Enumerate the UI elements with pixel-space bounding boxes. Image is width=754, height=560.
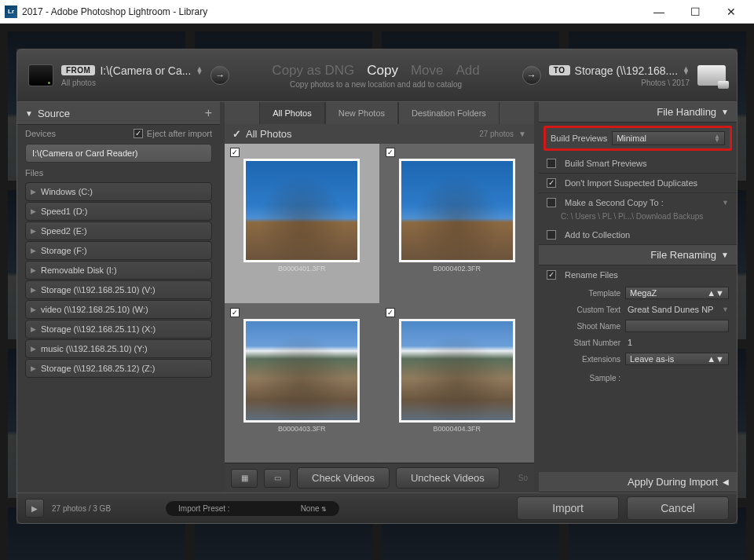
minimize-button[interactable]: — — [641, 0, 677, 24]
drive-row[interactable]: ▶Removable Disk (I:) — [25, 261, 212, 280]
source-selector[interactable]: I:\(Camera or Ca... — [100, 64, 191, 77]
import-mode-group: Copy as DNG Copy Move Add Copy photos to… — [237, 63, 514, 89]
eject-label: Eject after import — [147, 129, 212, 138]
play-icon: ▶ — [31, 345, 36, 353]
tab-new-photos[interactable]: New Photos — [325, 102, 398, 124]
start-number-field[interactable]: 1 — [625, 337, 729, 348]
right-panel: File Handling▼ Build Previews Minimal ▲▼… — [539, 102, 737, 492]
second-copy-path: C: \ Users \ PL \ Pi...\ Download Backup… — [539, 212, 737, 225]
thumbnail-filename: B0000402.3FR — [383, 262, 532, 273]
dest-stepper-icon[interactable]: ▲▼ — [683, 67, 690, 75]
mode-move[interactable]: Move — [411, 63, 444, 79]
play-icon: ▶ — [31, 325, 36, 333]
add-to-collection-row[interactable]: Add to Collection — [539, 225, 737, 245]
smart-previews-checkbox[interactable] — [547, 159, 556, 168]
file-handling-header[interactable]: File Handling▼ — [539, 102, 737, 123]
drive-row[interactable]: ▶Storage (\\192.168.25.10) (V:) — [25, 280, 212, 299]
to-badge: TO — [549, 65, 570, 75]
device-row[interactable]: I:\(Camera or Card Reader) — [25, 144, 212, 163]
thumbnail-cell[interactable]: ✓ B0000403.3FR — [225, 304, 379, 463]
template-combo[interactable]: MegaZ▲▼ — [625, 287, 729, 299]
source-panel: ▼ Source + Devices Eject after import I:… — [17, 102, 220, 492]
drive-row[interactable]: ▶Windows (C:) — [25, 182, 212, 201]
apply-during-import-header[interactable]: Apply During Import◀ — [539, 472, 737, 492]
template-label: Template — [547, 289, 620, 298]
from-badge: FROM — [61, 65, 95, 75]
thumbnail-cell[interactable]: ✓ B0000401.3FR — [225, 144, 379, 303]
thumbnail-cell[interactable]: ✓ B0000404.3FR — [380, 304, 535, 463]
second-copy-row[interactable]: Make a Second Copy To : ▼ — [539, 193, 737, 212]
play-icon: ▶ — [31, 188, 36, 196]
chevron-down-icon: ▼ — [722, 306, 729, 313]
import-preset-selector[interactable]: Import Preset : None ⇅ — [166, 501, 339, 516]
rename-files-checkbox[interactable] — [547, 270, 556, 280]
sample-label: Sample : — [547, 374, 620, 382]
source-panel-title: Source — [38, 108, 70, 119]
thumbnail-filename: B0000401.3FR — [228, 262, 376, 273]
grid-view-icon[interactable]: ▦ — [231, 469, 258, 488]
arrow-right-to-icon: → — [522, 66, 541, 85]
maximize-button[interactable]: ☐ — [677, 0, 713, 24]
drive-row[interactable]: ▶video (\\192.168.25.10) (W:) — [25, 300, 212, 319]
drive-row[interactable]: ▶Storage (F:) — [25, 241, 212, 260]
triangle-down-icon[interactable]: ▼ — [518, 130, 526, 138]
duplicates-checkbox[interactable] — [547, 178, 556, 188]
check-all-icon[interactable]: ✓ — [232, 128, 241, 140]
build-previews-label: Build Previews — [551, 134, 607, 143]
destination-drive-icon — [697, 65, 726, 86]
thumb-checkbox[interactable]: ✓ — [230, 308, 240, 317]
thumbnail-grid: ✓ B0000401.3FR ✓ B0000402.3FR ✓ B0000403… — [225, 144, 534, 463]
cancel-button[interactable]: Cancel — [627, 496, 729, 520]
thumbnail-image — [243, 159, 360, 262]
triangle-left-icon: ◀ — [723, 478, 729, 486]
arrow-right-from-icon: → — [210, 66, 229, 85]
devices-header: Devices Eject after import — [17, 125, 220, 142]
thumbnail-cell[interactable]: ✓ B0000402.3FR — [380, 144, 535, 303]
uncheck-videos-button[interactable]: Uncheck Videos — [396, 467, 500, 489]
sort-label[interactable]: So — [518, 474, 528, 482]
triangle-down-icon: ▼ — [25, 109, 33, 118]
shoot-name-field[interactable] — [625, 320, 729, 332]
custom-text-field[interactable]: Great Sand Dunes NP — [625, 304, 717, 315]
smart-previews-row[interactable]: Build Smart Previews — [539, 154, 737, 174]
grid-header[interactable]: ✓ All Photos 27 photos ▼ — [225, 124, 534, 144]
thumb-checkbox[interactable]: ✓ — [386, 148, 395, 157]
thumb-checkbox[interactable]: ✓ — [230, 148, 240, 157]
play-button[interactable]: ▶ — [25, 499, 44, 518]
mode-copy-dng[interactable]: Copy as DNG — [272, 63, 354, 79]
drive-row[interactable]: ▶Speed2 (E:) — [25, 221, 212, 240]
rename-files-row[interactable]: Rename Files — [539, 265, 737, 284]
build-previews-combo[interactable]: Minimal ▲▼ — [612, 131, 725, 145]
extensions-combo[interactable]: Leave as-is▲▼ — [625, 353, 729, 365]
drive-row[interactable]: ▶Storage (\\192.168.25.11) (X:) — [25, 320, 212, 339]
tab-destination-folders[interactable]: Destination Folders — [398, 102, 500, 124]
play-icon: ▶ — [31, 286, 36, 294]
mode-add[interactable]: Add — [456, 63, 480, 79]
source-panel-header[interactable]: ▼ Source + — [17, 102, 220, 125]
thumbnail-image — [243, 319, 360, 423]
grid-title: All Photos — [246, 128, 292, 140]
triangle-down-icon: ▼ — [721, 251, 729, 259]
loupe-view-icon[interactable]: ▭ — [264, 469, 291, 488]
source-stepper-icon[interactable]: ▲▼ — [196, 67, 203, 75]
source-sublabel: All photos — [61, 79, 203, 87]
file-renaming-header[interactable]: File Renaming▼ — [539, 245, 737, 265]
drive-row[interactable]: ▶music (\\192.168.25.10) (Y:) — [25, 339, 212, 358]
source-drive-icon — [28, 64, 53, 86]
tab-all-photos[interactable]: All Photos — [259, 102, 325, 124]
drive-row[interactable]: ▶Speed1 (D:) — [25, 202, 212, 221]
start-number-label: Start Number — [547, 339, 620, 347]
collection-checkbox[interactable] — [547, 230, 556, 240]
add-source-icon[interactable]: + — [205, 106, 212, 120]
mode-copy[interactable]: Copy — [367, 63, 398, 79]
close-button[interactable]: ✕ — [713, 0, 749, 24]
drive-row[interactable]: ▶Storage (\\192.168.25.12) (Z:) — [25, 359, 212, 378]
thumbnail-filename: B0000404.3FR — [383, 423, 532, 434]
import-button[interactable]: Import — [517, 496, 619, 520]
eject-checkbox[interactable] — [134, 129, 143, 138]
destination-selector[interactable]: Storage (\\192.168.... — [575, 64, 679, 77]
duplicates-row[interactable]: Don't Import Suspected Duplicates — [539, 174, 737, 193]
check-videos-button[interactable]: Check Videos — [297, 467, 390, 489]
thumb-checkbox[interactable]: ✓ — [386, 308, 395, 317]
second-copy-checkbox[interactable] — [547, 198, 556, 207]
